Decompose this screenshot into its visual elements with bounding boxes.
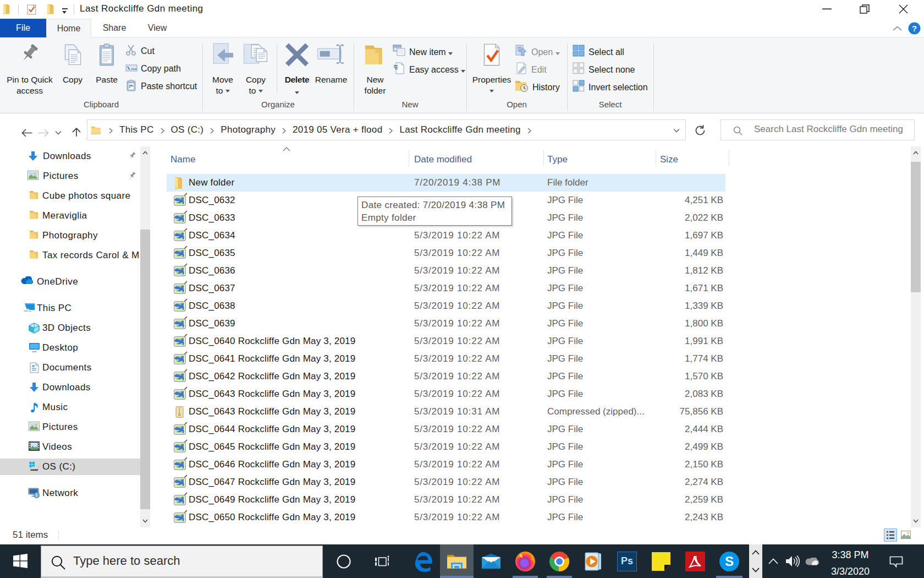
svg-text:?: ? xyxy=(912,24,917,33)
